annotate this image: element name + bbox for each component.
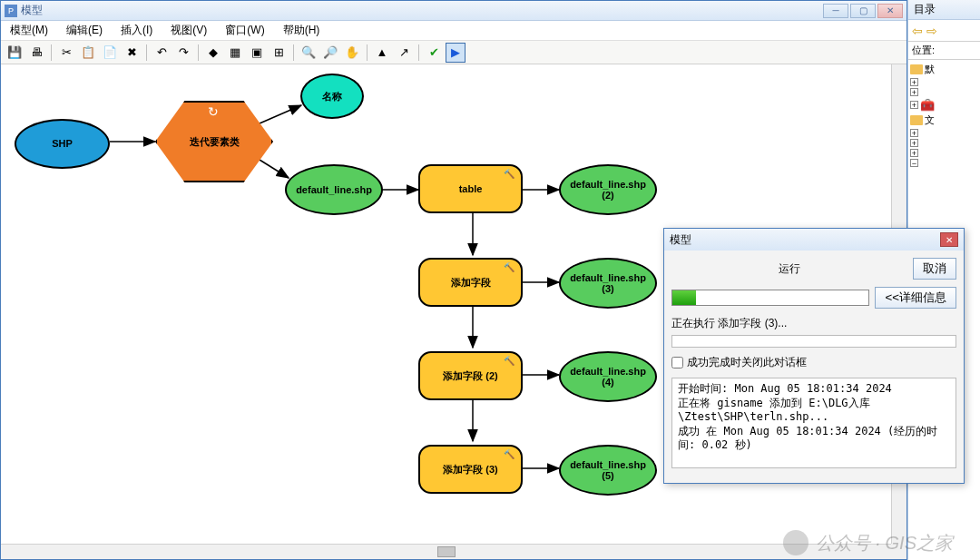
folder-icon [910,64,923,74]
full-extent-icon[interactable]: ⊞ [269,43,289,63]
titlebar: P 模型 ─ ▢ ✕ [1,1,906,21]
toolbar: 💾 🖶 ✂ 📋 📄 ✖ ↶ ↷ ◆ ▦ ▣ ⊞ 🔍 🔎 ✋ ▲ ↗ ✔ ▶ [1,41,906,64]
print-icon[interactable]: 🖶 [26,43,46,63]
add-tool-icon[interactable]: ▦ [225,43,245,63]
hammer-icon: 🔨 [504,356,514,366]
details-button[interactable]: <<详细信息 [875,287,956,309]
dialog-close-button[interactable]: ✕ [940,232,958,247]
add-field-tool-node[interactable]: 🔨添加字段 [418,258,523,307]
close-button[interactable]: ✕ [877,4,903,18]
delete-icon[interactable]: ✖ [122,43,142,63]
cut-icon[interactable]: ✂ [56,43,76,63]
tree-default-gdb[interactable]: 默 [910,62,978,77]
select-icon[interactable]: ▲ [372,43,392,63]
save-icon[interactable]: 💾 [5,43,24,63]
catalog-tree[interactable]: 默 + + +🧰 文 + + + − [908,60,980,170]
sub-progress-bar [671,335,956,348]
default-line-2-node[interactable]: default_line.shp (2) [559,164,657,215]
menu-edit[interactable]: 编辑(E) [61,21,108,40]
run-icon[interactable]: ▶ [446,43,466,63]
status-text: 正在执行 添加字段 (3)... [671,316,956,331]
expand-icon[interactable]: + [910,149,918,157]
pan-icon[interactable]: ✋ [342,43,362,63]
add-field-label: 添加字段 [451,276,491,290]
tree-item[interactable]: + [910,77,978,87]
menu-model[interactable]: 模型(M) [5,21,54,40]
paste-icon[interactable]: 📄 [100,43,120,63]
default-line-3-node[interactable]: default_line.shp (3) [559,258,657,309]
folder-icon [910,115,923,125]
minimize-button[interactable]: ─ [823,4,848,18]
watermark: 公众号 · GIS之家 [783,530,953,555]
dialog-titlebar: 模型 ✕ [664,229,964,251]
back-icon[interactable]: ⇦ [912,24,923,38]
forward-icon[interactable]: ⇨ [926,24,937,38]
menu-window[interactable]: 窗口(W) [220,21,270,40]
redo-icon[interactable]: ↷ [173,43,193,63]
close-on-success-checkbox[interactable]: 成功完成时关闭此对话框 [671,355,956,370]
run-label: 运行 [671,261,907,277]
catalog-title: 目录 [908,0,980,20]
iterator-node[interactable]: 迭代要素类 ↻ [155,101,273,182]
tree-item[interactable]: − [910,158,978,168]
checkbox-label: 成功完成时关闭此对话框 [687,355,807,370]
watermark-text: 公众号 · GIS之家 [816,531,953,555]
zoom-in-icon[interactable]: 🔍 [299,43,318,63]
app-icon: P [5,5,17,17]
table-tool-label: table [459,183,483,194]
catalog-nav: ⇦ ⇨ [908,20,980,42]
expand-icon[interactable]: + [910,139,918,147]
tree-item[interactable]: + [910,148,978,158]
name-output-node[interactable]: 名称 [300,74,364,119]
undo-icon[interactable]: ↶ [152,43,172,63]
expand-icon[interactable]: + [910,88,918,96]
menu-insert[interactable]: 插入(I) [115,21,158,40]
expand-icon[interactable]: + [910,129,918,137]
wechat-icon [783,530,808,555]
cancel-button[interactable]: 取消 [913,258,956,280]
catalog-location: 位置: [908,42,980,60]
add-field-3-tool-node[interactable]: 🔨添加字段 (3) [418,445,523,494]
add-field-2-label: 添加字段 (2) [443,369,498,383]
tree-item[interactable]: + [910,128,978,138]
menubar: 模型(M) 编辑(E) 插入(I) 视图(V) 窗口(W) 帮助(H) [1,21,906,41]
hammer-icon: 🔨 [504,449,514,459]
default-line-5-node[interactable]: default_line.shp (5) [559,445,657,496]
recycle-icon: ↻ [208,104,219,119]
table-tool-node[interactable]: 🔨table [418,164,523,213]
hammer-icon: 🔨 [504,262,514,272]
expand-icon[interactable]: + [910,78,918,86]
log-output: 开始时间: Mon Aug 05 18:01:34 2024 正在将 gisna… [671,378,956,468]
input-shp-node[interactable]: SHP [15,119,110,169]
horizontal-scrollbar[interactable] [1,544,891,559]
add-field-3-label: 添加字段 (3) [443,463,498,476]
tree-item[interactable]: +🧰 [910,97,978,113]
dialog-title: 模型 [670,232,691,248]
progress-dialog: 模型 ✕ 运行 取消 <<详细信息 正在执行 添加字段 (3)... 成功完成时… [663,228,965,484]
default-line-node[interactable]: default_line.shp [285,164,383,215]
tree-documents[interactable]: 文 [910,113,978,128]
checkbox-input[interactable] [671,357,683,368]
tree-item[interactable]: + [910,87,978,97]
progress-bar [671,290,869,306]
dialog-body: 运行 取消 <<详细信息 正在执行 添加字段 (3)... 成功完成时关闭此对话… [664,251,964,476]
zoom-out-icon[interactable]: 🔎 [320,43,340,63]
connect-icon[interactable]: ↗ [394,43,414,63]
validate-icon[interactable]: ✔ [424,43,444,63]
window-title: 模型 [21,3,823,18]
hammer-icon: 🔨 [504,169,514,179]
menu-view[interactable]: 视图(V) [165,21,212,40]
toolbox-icon: 🧰 [920,98,935,112]
add-field-2-tool-node[interactable]: 🔨添加字段 (2) [418,351,523,400]
menu-help[interactable]: 帮助(H) [278,21,326,40]
expand-icon[interactable]: + [910,101,918,109]
maximize-button[interactable]: ▢ [850,4,876,18]
window-buttons: ─ ▢ ✕ [823,4,903,18]
default-line-4-node[interactable]: default_line.shp (4) [559,351,657,402]
auto-layout-icon[interactable]: ▣ [247,43,267,63]
tree-item[interactable]: + [910,138,978,148]
collapse-icon[interactable]: − [910,159,918,167]
add-data-icon[interactable]: ◆ [203,43,223,63]
copy-icon[interactable]: 📋 [78,43,98,63]
